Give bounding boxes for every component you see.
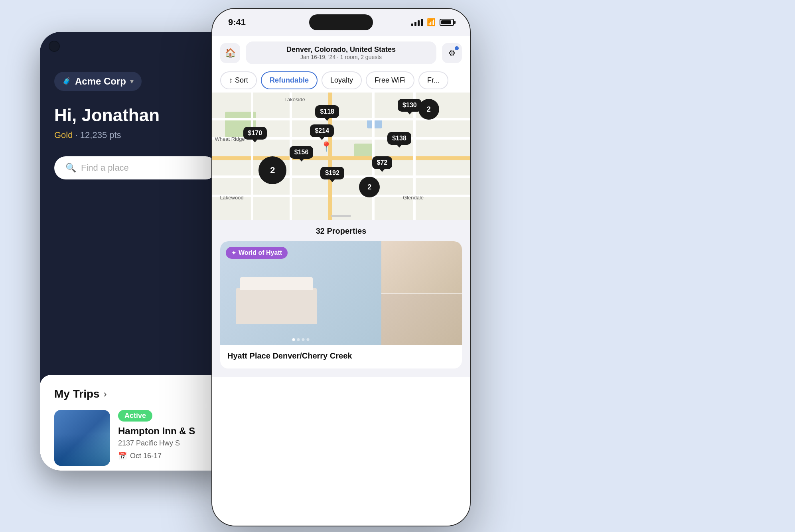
loyalty-program-name: World of Hyatt [239, 249, 282, 256]
hotel-name: Hyatt Place Denver/Cherry Creek [227, 351, 455, 361]
more-chip[interactable]: Fr... [418, 71, 448, 89]
trips-header: My Trips › [54, 388, 217, 400]
trip-hotel-name: Hampton Inn & S [118, 426, 217, 437]
hotel-side-image-bottom [381, 294, 462, 345]
dot-1 [292, 338, 295, 341]
more-label: Fr... [427, 76, 440, 85]
hotel-card[interactable]: ✦ World of Hyatt [220, 241, 462, 368]
trip-info: Active Hampton Inn & S 2137 Pacific Hwy … [118, 410, 217, 460]
trip-card: Active Hampton Inn & S 2137 Pacific Hwy … [54, 410, 217, 466]
briefcase-icon: 🧳 [62, 77, 71, 86]
signal-bar-1 [411, 24, 413, 26]
loyalty-badge: ✦ World of Hyatt [226, 247, 288, 259]
building-overlay [54, 434, 110, 466]
trip-thumbnail [54, 410, 110, 466]
hotel-main-image: ✦ World of Hyatt [220, 241, 381, 345]
hotel-side-images [381, 241, 462, 345]
filter-chips-row: ↕ Sort Refundable Loyalty Free WiFi Fr..… [212, 68, 470, 93]
filter-icon: ⚙ [448, 48, 456, 58]
sort-label: Sort [235, 76, 248, 85]
trips-title: My Trips [54, 388, 100, 400]
wifi-icon: 📶 [427, 18, 436, 27]
home-button[interactable]: 🏠 [220, 43, 240, 63]
hotel-side-image-top [381, 241, 462, 293]
screen-content: 🏠 Denver, Colorado, United States Jan 16… [212, 36, 470, 526]
bed-visual [236, 288, 317, 324]
loyalty-chip[interactable]: Loyalty [322, 71, 362, 89]
trips-section: My Trips › Active Hampton Inn & S 2137 P… [40, 375, 231, 471]
freewifi-chip[interactable]: Free WiFi [366, 71, 414, 89]
price-marker-138[interactable]: $138 [387, 132, 411, 145]
company-name: Acme Corp [75, 76, 126, 87]
price-marker-214[interactable]: $214 [310, 124, 334, 137]
loyalty-label: Loyalty [330, 76, 353, 85]
map-location-pin: 📍 [320, 141, 332, 152]
background-phone: 🧳 Acme Corp ▾ Hi, Jonathan Gold · 12,235… [40, 32, 231, 471]
price-marker-170[interactable]: $170 [243, 127, 267, 140]
price-marker-130[interactable]: $130 [398, 99, 422, 112]
signal-bar-2 [414, 22, 416, 26]
map-area[interactable]: Wheat Ridge Lakewood Glendale Lakeside $… [212, 93, 470, 220]
refundable-chip[interactable]: Refundable [261, 71, 318, 89]
sort-chip[interactable]: ↕ Sort [220, 71, 257, 89]
filter-button[interactable]: ⚙ [442, 43, 462, 63]
status-icons: 📶 [411, 18, 454, 27]
freewifi-label: Free WiFi [375, 76, 406, 85]
separator: · [75, 130, 80, 140]
company-badge[interactable]: 🧳 Acme Corp ▾ [54, 72, 142, 91]
dynamic-island [309, 14, 373, 30]
price-marker-118[interactable]: $118 [315, 105, 339, 118]
camera-cutout [49, 41, 60, 52]
location-dates: Jan 16-19, '24 · 1 room, 2 guests [253, 54, 429, 60]
properties-section: 32 Properties ✦ World of Hyat [212, 220, 470, 377]
dot-2 [297, 338, 300, 341]
search-icon: 🔍 [65, 163, 76, 173]
price-marker-72[interactable]: $72 [372, 156, 393, 169]
cluster-marker-2c[interactable]: 2 [418, 99, 439, 120]
caret-down-icon: ▾ [130, 77, 134, 86]
trip-dates: 📅 Oct 16-17 [118, 451, 217, 460]
search-header: 🏠 Denver, Colorado, United States Jan 16… [212, 36, 470, 68]
search-placeholder: Find a place [81, 163, 129, 173]
cluster-marker-2b[interactable]: 2 [359, 177, 380, 197]
dot-4 [307, 338, 310, 341]
sort-icon: ↕ [229, 76, 233, 85]
trip-address: 2137 Pacific Hwy S [118, 439, 217, 447]
active-badge: Active [118, 410, 152, 422]
map-markers-layer: $118 $130 $170 $214 $138 $156 2 $192 $72… [212, 93, 470, 220]
greeting-text: Hi, Jonathan [54, 105, 217, 125]
map-drag-handle [331, 215, 351, 217]
trips-arrow-icon[interactable]: › [104, 388, 107, 400]
price-marker-192[interactable]: $192 [320, 167, 344, 179]
status-time: 9:41 [228, 17, 246, 28]
filter-active-dot [455, 46, 459, 50]
signal-bar-4 [421, 19, 423, 26]
signal-bar-3 [418, 20, 420, 26]
hotel-info: Hyatt Place Denver/Cherry Creek [220, 345, 462, 368]
price-marker-156[interactable]: $156 [290, 146, 314, 159]
refundable-label: Refundable [270, 76, 309, 85]
search-bar[interactable]: 🔍 Find a place [54, 156, 217, 179]
battery-icon [440, 19, 454, 26]
foreground-phone: 9:41 📶 🏠 Denver, Colorado, United States… [211, 8, 471, 526]
location-city: Denver, Colorado, United States [253, 45, 429, 54]
points-row: Gold · 12,235 pts [54, 130, 217, 140]
cluster-marker-2a[interactable]: 2 [258, 156, 286, 184]
image-carousel-dots [292, 338, 310, 341]
trip-dates-text: Oct 16-17 [130, 452, 162, 460]
calendar-icon: 📅 [118, 451, 127, 460]
points-value: 12,235 pts [80, 130, 121, 140]
loyalty-star-icon: ✦ [231, 250, 236, 256]
location-pill[interactable]: Denver, Colorado, United States Jan 16-1… [246, 41, 436, 64]
hotel-images: ✦ World of Hyatt [220, 241, 462, 345]
tier-badge: Gold [54, 130, 73, 140]
signal-strength-icon [411, 19, 423, 26]
dot-3 [302, 338, 305, 341]
bg-phone-content: 🧳 Acme Corp ▾ Hi, Jonathan Gold · 12,235… [40, 60, 231, 211]
properties-count: 32 Properties [220, 227, 462, 236]
battery-fill [441, 20, 451, 24]
